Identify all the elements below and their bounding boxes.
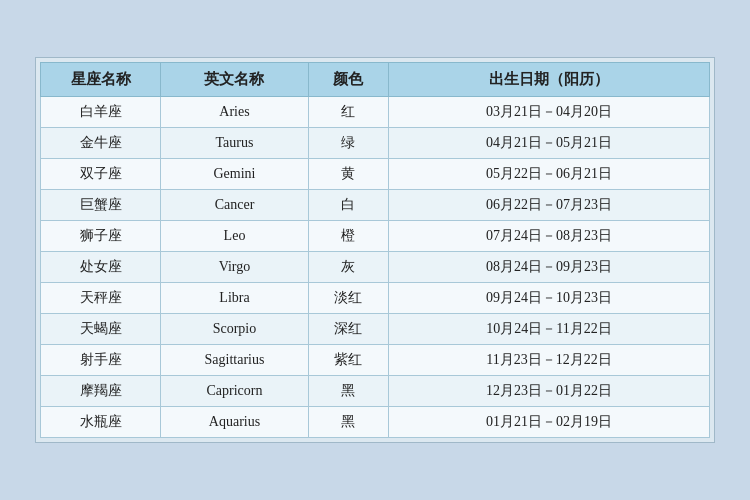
cell-date: 12月23日－01月22日 xyxy=(388,376,709,407)
cell-zh-name: 狮子座 xyxy=(41,221,161,252)
table-row: 摩羯座Capricorn黑12月23日－01月22日 xyxy=(41,376,710,407)
cell-date: 03月21日－04月20日 xyxy=(388,97,709,128)
table-row: 金牛座Taurus绿04月21日－05月21日 xyxy=(41,128,710,159)
cell-en-name: Taurus xyxy=(161,128,308,159)
cell-zh-name: 处女座 xyxy=(41,252,161,283)
cell-color: 淡红 xyxy=(308,283,388,314)
table-row: 巨蟹座Cancer白06月22日－07月23日 xyxy=(41,190,710,221)
cell-color: 绿 xyxy=(308,128,388,159)
cell-date: 07月24日－08月23日 xyxy=(388,221,709,252)
cell-color: 橙 xyxy=(308,221,388,252)
cell-zh-name: 白羊座 xyxy=(41,97,161,128)
table-row: 狮子座Leo橙07月24日－08月23日 xyxy=(41,221,710,252)
table-body: 白羊座Aries红03月21日－04月20日金牛座Taurus绿04月21日－0… xyxy=(41,97,710,438)
cell-en-name: Capricorn xyxy=(161,376,308,407)
cell-zh-name: 天蝎座 xyxy=(41,314,161,345)
cell-en-name: Virgo xyxy=(161,252,308,283)
cell-color: 灰 xyxy=(308,252,388,283)
cell-zh-name: 金牛座 xyxy=(41,128,161,159)
cell-date: 10月24日－11月22日 xyxy=(388,314,709,345)
cell-en-name: Aries xyxy=(161,97,308,128)
header-date: 出生日期（阳历） xyxy=(388,63,709,97)
cell-date: 08月24日－09月23日 xyxy=(388,252,709,283)
table-row: 天蝎座Scorpio深红10月24日－11月22日 xyxy=(41,314,710,345)
cell-color: 红 xyxy=(308,97,388,128)
cell-zh-name: 双子座 xyxy=(41,159,161,190)
cell-en-name: Gemini xyxy=(161,159,308,190)
cell-date: 01月21日－02月19日 xyxy=(388,407,709,438)
cell-date: 11月23日－12月22日 xyxy=(388,345,709,376)
cell-zh-name: 摩羯座 xyxy=(41,376,161,407)
cell-zh-name: 巨蟹座 xyxy=(41,190,161,221)
cell-color: 白 xyxy=(308,190,388,221)
zodiac-table: 星座名称 英文名称 颜色 出生日期（阳历） 白羊座Aries红03月21日－04… xyxy=(40,62,710,438)
header-color: 颜色 xyxy=(308,63,388,97)
cell-zh-name: 天秤座 xyxy=(41,283,161,314)
cell-date: 06月22日－07月23日 xyxy=(388,190,709,221)
cell-color: 深红 xyxy=(308,314,388,345)
cell-en-name: Aquarius xyxy=(161,407,308,438)
table-row: 射手座Sagittarius紫红11月23日－12月22日 xyxy=(41,345,710,376)
cell-date: 04月21日－05月21日 xyxy=(388,128,709,159)
cell-color: 黑 xyxy=(308,376,388,407)
cell-en-name: Sagittarius xyxy=(161,345,308,376)
header-en-name: 英文名称 xyxy=(161,63,308,97)
table-row: 天秤座Libra淡红09月24日－10月23日 xyxy=(41,283,710,314)
table-row: 水瓶座Aquarius黑01月21日－02月19日 xyxy=(41,407,710,438)
table-row: 双子座Gemini黄05月22日－06月21日 xyxy=(41,159,710,190)
cell-en-name: Scorpio xyxy=(161,314,308,345)
header-zh-name: 星座名称 xyxy=(41,63,161,97)
cell-en-name: Cancer xyxy=(161,190,308,221)
cell-color: 紫红 xyxy=(308,345,388,376)
cell-en-name: Leo xyxy=(161,221,308,252)
cell-color: 黑 xyxy=(308,407,388,438)
cell-zh-name: 水瓶座 xyxy=(41,407,161,438)
table-row: 白羊座Aries红03月21日－04月20日 xyxy=(41,97,710,128)
zodiac-table-container: 星座名称 英文名称 颜色 出生日期（阳历） 白羊座Aries红03月21日－04… xyxy=(35,57,715,443)
cell-date: 05月22日－06月21日 xyxy=(388,159,709,190)
cell-en-name: Libra xyxy=(161,283,308,314)
table-row: 处女座Virgo灰08月24日－09月23日 xyxy=(41,252,710,283)
cell-color: 黄 xyxy=(308,159,388,190)
table-header-row: 星座名称 英文名称 颜色 出生日期（阳历） xyxy=(41,63,710,97)
cell-date: 09月24日－10月23日 xyxy=(388,283,709,314)
cell-zh-name: 射手座 xyxy=(41,345,161,376)
